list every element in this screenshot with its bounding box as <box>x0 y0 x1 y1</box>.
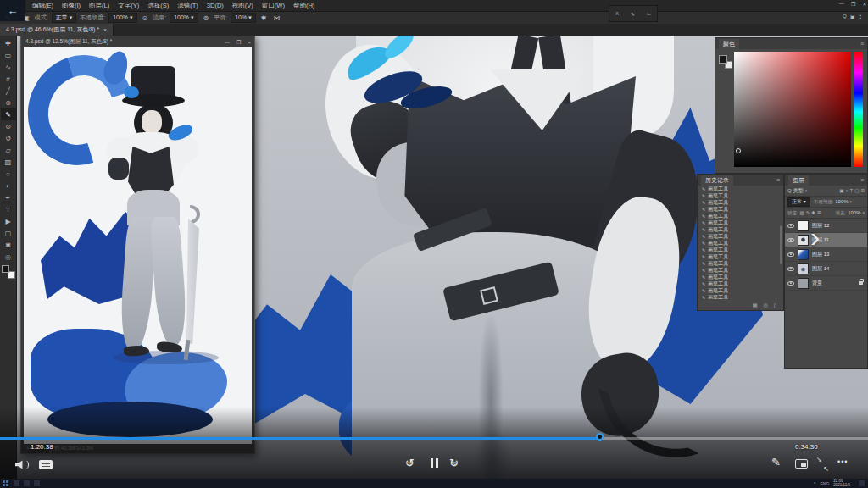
menu-item[interactable]: 3D(D) <box>203 2 227 9</box>
color-field-marker[interactable] <box>736 148 741 153</box>
layer-thumbnail[interactable] <box>798 263 809 274</box>
visibility-eye-icon[interactable] <box>787 224 794 228</box>
color-swatches[interactable] <box>2 265 15 279</box>
layer-opacity-value[interactable]: 100% <box>835 199 848 204</box>
history-panel-menu-icon[interactable]: ≡ <box>776 177 780 183</box>
search-icon[interactable]: Q <box>843 14 847 19</box>
lock-option-icon[interactable]: ⊞ <box>817 210 821 215</box>
opacity-select[interactable]: 100% ▾ <box>108 13 136 23</box>
menu-item[interactable]: 文字(Y) <box>114 2 142 10</box>
menu-item[interactable]: 选择(S) <box>144 2 172 10</box>
rewind-10-button[interactable]: ↺10 <box>405 455 415 470</box>
layer-thumbnail[interactable] <box>798 220 809 231</box>
menu-item[interactable]: 窗口(W) <box>259 2 288 10</box>
windows-taskbar[interactable]: ^ ENG 22:06 2021/11/5 <box>0 479 868 488</box>
mode-select[interactable]: 正常 ▾ <box>52 13 76 23</box>
tool-button[interactable]: ↺ <box>1 132 16 144</box>
tool-button[interactable]: ✒ <box>1 191 16 203</box>
layer-row[interactable]: 图层 12 <box>785 219 867 233</box>
hue-slider[interactable] <box>854 52 863 167</box>
tool-button[interactable]: T <box>1 203 16 215</box>
airbrush-icon[interactable]: ⊚ <box>202 14 211 22</box>
blend-mode-select[interactable]: 正常 ▾ <box>787 197 810 207</box>
color-panel-tab[interactable]: 颜色 <box>719 39 739 49</box>
saturation-brightness-field[interactable] <box>734 52 851 167</box>
language-indicator[interactable]: ENG <box>820 481 829 486</box>
tool-button[interactable]: ⊕ <box>1 97 16 108</box>
layer-filter-icon[interactable]: ◐ <box>845 188 848 193</box>
dock-panel-icon[interactable]: A <box>615 11 619 16</box>
menu-item[interactable]: 滤镜(T) <box>174 2 202 10</box>
filter-search-icon[interactable]: Q <box>787 188 792 193</box>
layer-row[interactable]: 图层 13 <box>785 247 867 262</box>
tray-caret-icon[interactable]: ^ <box>814 481 815 486</box>
lock-option-icon[interactable]: ✚ <box>811 210 815 215</box>
tool-button[interactable]: # <box>1 73 16 85</box>
layer-filter-icon[interactable]: T <box>850 188 853 193</box>
tool-button[interactable]: ✚ <box>1 37 16 49</box>
more-options-button[interactable]: ••• <box>837 458 848 466</box>
layer-thumbnail[interactable] <box>798 278 809 289</box>
visibility-eye-icon[interactable] <box>787 267 794 271</box>
tool-button[interactable]: ▭ <box>1 49 16 61</box>
layer-thumbnail[interactable] <box>798 235 809 246</box>
document-tab[interactable]: 4.3.psd @ 46.6%(图层 11, 灰色/8) * × <box>0 24 114 36</box>
annotate-button[interactable]: ✎ <box>771 456 781 469</box>
foreground-color-swatch[interactable] <box>2 265 9 273</box>
float-restore-button[interactable]: ❐ <box>233 39 244 45</box>
tool-button[interactable]: ◐ <box>1 180 16 191</box>
exit-fullscreen-button[interactable]: ↘↖ <box>817 459 828 470</box>
notification-icon[interactable] <box>859 480 865 486</box>
layer-filter-icon[interactable]: ▣ <box>839 188 843 193</box>
smoothing-select[interactable]: 10% ▾ <box>231 13 255 23</box>
workspace-icon[interactable]: ▣ <box>850 14 855 19</box>
history-footer-icon[interactable]: ▤ <box>753 302 758 308</box>
tool-button[interactable]: ○ <box>1 168 16 180</box>
menu-item[interactable]: 编辑(E) <box>29 2 57 10</box>
visibility-eye-icon[interactable] <box>787 281 794 286</box>
pip-button[interactable] <box>795 459 808 469</box>
back-button[interactable]: ← <box>0 0 25 21</box>
layers-panel-menu-icon[interactable]: ≡ <box>860 177 864 183</box>
taskbar-app-icon[interactable] <box>34 480 40 486</box>
lock-option-icon[interactable]: ▨ <box>800 210 804 215</box>
taskbar-app-icon[interactable] <box>24 480 30 486</box>
float-close-button[interactable]: × <box>244 40 254 45</box>
tool-button[interactable]: ▶ <box>1 215 16 227</box>
symmetry-icon[interactable]: ⋈ <box>271 14 281 22</box>
next-chevron-icon[interactable]: › <box>810 222 820 251</box>
visibility-eye-icon[interactable] <box>787 252 794 257</box>
visibility-eye-icon[interactable] <box>787 238 794 242</box>
lock-option-icon[interactable]: ✎ <box>806 210 810 215</box>
panel-menu-icon[interactable]: ≡ <box>860 41 864 47</box>
start-button-icon[interactable] <box>3 480 9 487</box>
history-panel-tab[interactable]: 历史记录 <box>701 175 733 186</box>
tool-button[interactable]: ∿ <box>1 61 16 73</box>
progress-handle[interactable] <box>596 433 604 441</box>
menu-item[interactable]: 图层(L) <box>86 2 113 10</box>
menu-item[interactable]: 视图(V) <box>229 2 257 10</box>
filter-type-label[interactable]: 类型 <box>793 187 804 195</box>
panel-swatch-pair[interactable] <box>719 55 732 69</box>
smoothing-gear-icon[interactable]: ✱ <box>259 14 269 22</box>
dock-panel-icon[interactable]: ✎ <box>631 11 635 17</box>
history-footer-icon[interactable]: ▯ <box>774 302 776 308</box>
subtitles-button[interactable] <box>39 460 53 469</box>
app-restore-button[interactable]: ❐ <box>848 1 859 7</box>
tool-button[interactable]: ✱ <box>1 239 16 251</box>
layer-row[interactable]: 图层 14 <box>785 262 867 276</box>
layers-panel-tab[interactable]: 图层 <box>788 175 809 186</box>
flow-select[interactable]: 100% ▾ <box>170 13 198 23</box>
tool-button[interactable]: ▱ <box>1 144 16 156</box>
tool-button[interactable]: ⊙ <box>1 120 16 132</box>
layer-filter-icon[interactable]: ⊞ <box>860 188 865 193</box>
tool-button[interactable]: ▢ <box>1 227 16 239</box>
history-footer-icon[interactable]: ◎ <box>763 302 767 308</box>
fill-value[interactable]: 100% <box>848 210 860 215</box>
menu-item[interactable]: 帮助(H) <box>290 2 318 10</box>
history-scrollbar[interactable] <box>780 225 782 264</box>
tool-button[interactable]: ▨ <box>1 156 16 168</box>
layer-thumbnail[interactable] <box>798 249 809 260</box>
layer-row[interactable]: 图层 11 <box>785 233 867 247</box>
app-minimize-button[interactable]: — <box>836 1 848 7</box>
